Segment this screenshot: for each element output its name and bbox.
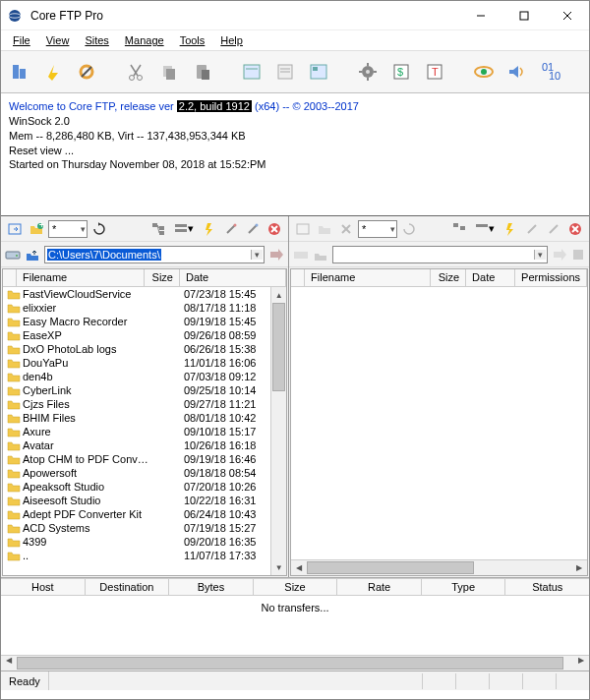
menu-tools[interactable]: Tools — [172, 31, 213, 49]
local-rows[interactable]: FastViewCloudService07/23/18 15:45elixxi… — [3, 287, 286, 575]
qcol-type[interactable]: Type — [422, 579, 506, 595]
table-row[interactable]: elixxier08/17/18 11:18 — [3, 301, 286, 315]
local-go-icon[interactable] — [268, 248, 284, 262]
remote-wand-icon[interactable] — [522, 219, 542, 239]
eye-icon[interactable] — [471, 56, 497, 88]
remote-delete2-icon[interactable] — [336, 219, 356, 239]
remote-newfolder-icon[interactable] — [315, 219, 334, 239]
remote-rows[interactable] — [291, 287, 587, 559]
remote-go-icon[interactable] — [552, 248, 567, 262]
view-tile-button[interactable] — [239, 56, 265, 88]
col-filename[interactable]: Filename — [17, 269, 145, 286]
remote-up-icon[interactable] — [313, 248, 328, 262]
table-row[interactable]: Adept PDF Converter Kit06/24/18 10:43 — [3, 507, 286, 521]
remote-filter-dropdown[interactable]: * — [358, 220, 397, 238]
table-row[interactable]: CyberLink09/25/18 10:14 — [3, 383, 286, 397]
menu-file[interactable]: File — [5, 31, 38, 49]
remote-bolt-icon[interactable] — [501, 219, 520, 239]
rcol-permissions[interactable]: Permissions — [515, 269, 587, 286]
qcol-size[interactable]: Size — [254, 579, 338, 595]
rcol-handle[interactable] — [291, 269, 305, 286]
table-row[interactable]: Cjzs Files09/27/18 11:21 — [3, 397, 286, 411]
table-row[interactable]: Axure09/10/18 15:17 — [3, 425, 286, 438]
local-wand2-icon[interactable] — [243, 219, 263, 239]
table-row[interactable]: Atop CHM to PDF Convert...09/19/18 16:46 — [3, 452, 286, 466]
table-row[interactable]: ..11/07/18 17:33 — [3, 549, 286, 562]
rcol-size[interactable]: Size — [431, 269, 466, 286]
col-date[interactable]: Date — [180, 269, 286, 286]
svg-rect-44 — [175, 229, 187, 232]
template-button[interactable]: T — [422, 56, 447, 88]
rcol-filename[interactable]: Filename — [305, 269, 431, 286]
minimize-button[interactable] — [459, 1, 502, 30]
binary-icon[interactable]: 0110 — [538, 56, 563, 88]
disconnect-button[interactable] — [74, 56, 99, 88]
cut-button[interactable] — [123, 56, 148, 88]
local-up-icon[interactable] — [25, 248, 40, 262]
local-refresh-icon[interactable] — [89, 219, 109, 239]
table-row[interactable]: 439909/20/18 16:35 — [3, 535, 286, 549]
settings-button[interactable] — [355, 56, 381, 88]
table-row[interactable]: BHIM Files08/01/18 10:42 — [3, 411, 286, 425]
file-name: DxO PhotoLab logs — [23, 343, 148, 355]
qcol-dest[interactable]: Destination — [86, 579, 170, 595]
menu-manage[interactable]: Manage — [117, 31, 172, 49]
menu-sites[interactable]: Sites — [77, 31, 116, 49]
table-row[interactable]: den4b07/03/18 09:12 — [3, 370, 286, 383]
paste-button[interactable] — [190, 56, 215, 88]
remote-transfer-icon[interactable] — [293, 219, 313, 239]
status-cells — [422, 673, 589, 689]
remote-view-dropdown[interactable]: ▾ — [471, 219, 499, 239]
table-row[interactable]: DxO PhotoLab logs06/26/18 15:38 — [3, 342, 286, 356]
scroll-thumb[interactable] — [272, 303, 285, 391]
local-filter-dropdown[interactable]: * — [48, 220, 88, 238]
local-view-dropdown[interactable]: ▾ — [170, 219, 198, 239]
view-detail-button[interactable] — [306, 56, 331, 88]
local-wand-icon[interactable] — [221, 219, 241, 239]
table-row[interactable]: Apowersoft09/18/18 08:54 — [3, 466, 286, 480]
table-row[interactable]: Aiseesoft Studio10/22/18 16:31 — [3, 494, 286, 507]
qcol-status[interactable]: Status — [505, 579, 589, 595]
remote-stop-icon[interactable] — [571, 248, 585, 262]
remote-tree-icon[interactable] — [449, 219, 469, 239]
local-scrollbar-y[interactable]: ▲ ▼ — [270, 287, 286, 575]
table-row[interactable]: Apeaksoft Studio07/20/18 10:26 — [3, 480, 286, 494]
local-path-dropdown[interactable]: C:\Users\7\Documents\ — [44, 246, 265, 263]
menu-help[interactable]: Help — [212, 31, 251, 49]
col-size[interactable]: Size — [145, 269, 180, 286]
local-transfer-icon[interactable] — [5, 219, 25, 239]
remote-delete-icon[interactable] — [565, 219, 585, 239]
rcol-date[interactable]: Date — [466, 269, 515, 286]
file-date: 10/22/18 16:31 — [184, 495, 282, 506]
qcol-bytes[interactable]: Bytes — [169, 579, 254, 595]
table-row[interactable]: ACD Systems07/19/18 15:27 — [3, 521, 286, 535]
sound-icon[interactable] — [504, 56, 530, 88]
copy-button[interactable] — [156, 56, 182, 88]
sites-button[interactable] — [7, 56, 32, 88]
local-tree-icon[interactable] — [148, 219, 168, 239]
remote-refresh-icon[interactable] — [399, 219, 419, 239]
col-handle[interactable] — [3, 269, 17, 286]
local-drive-icon[interactable] — [5, 248, 21, 262]
schedule-button[interactable]: $ — [388, 56, 414, 88]
table-row[interactable]: EaseXP09/26/18 08:59 — [3, 328, 286, 342]
close-button[interactable] — [546, 1, 589, 30]
qcol-host[interactable]: Host — [1, 579, 86, 595]
remote-drive-icon[interactable] — [293, 248, 309, 262]
view-list-button[interactable] — [272, 56, 298, 88]
local-bolt-icon[interactable] — [200, 219, 219, 239]
table-row[interactable]: DouYaPu11/01/18 16:06 — [3, 356, 286, 370]
remote-scrollbar-x[interactable]: ◀▶ — [291, 559, 587, 575]
bottom-scrollbar[interactable]: ◀▶ — [1, 655, 589, 671]
local-delete-icon[interactable] — [265, 219, 284, 239]
quick-connect-button[interactable] — [40, 56, 66, 88]
remote-path-dropdown[interactable] — [332, 246, 548, 263]
qcol-rate[interactable]: Rate — [337, 579, 422, 595]
local-newfolder-icon[interactable]: + — [27, 219, 46, 239]
maximize-button[interactable] — [502, 1, 546, 30]
menu-view[interactable]: View — [38, 31, 78, 49]
table-row[interactable]: Avatar10/26/18 16:18 — [3, 438, 286, 452]
remote-wand2-icon[interactable] — [544, 219, 563, 239]
table-row[interactable]: Easy Macro Recorder09/19/18 15:45 — [3, 315, 286, 328]
table-row[interactable]: FastViewCloudService07/23/18 15:45 — [3, 287, 286, 301]
